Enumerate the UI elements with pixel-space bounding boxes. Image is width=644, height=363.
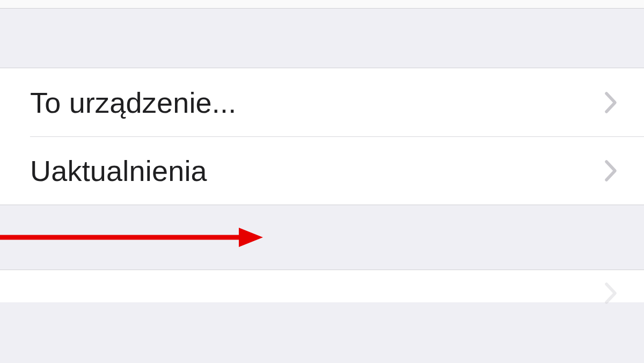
list-item-this-device[interactable]: To urządzenie... [0,68,644,136]
svg-marker-1 [239,228,263,247]
list-item-label: Uaktualnienia [30,154,207,187]
annotation-arrow-icon [0,227,263,248]
section-gap-top [0,9,644,68]
chevron-right-icon [604,159,618,182]
section-gap-with-arrow [0,205,644,270]
settings-list-group: To urządzenie... Uaktualnienia [0,68,644,205]
top-header-strip [0,0,644,9]
list-item-partial[interactable] [0,270,644,302]
chevron-right-icon [604,91,618,114]
list-item-label: To urządzenie... [30,86,236,119]
list-item-updates[interactable]: Uaktualnienia [30,136,644,205]
chevron-right-icon [604,282,618,304]
settings-list-group-next [0,270,644,302]
